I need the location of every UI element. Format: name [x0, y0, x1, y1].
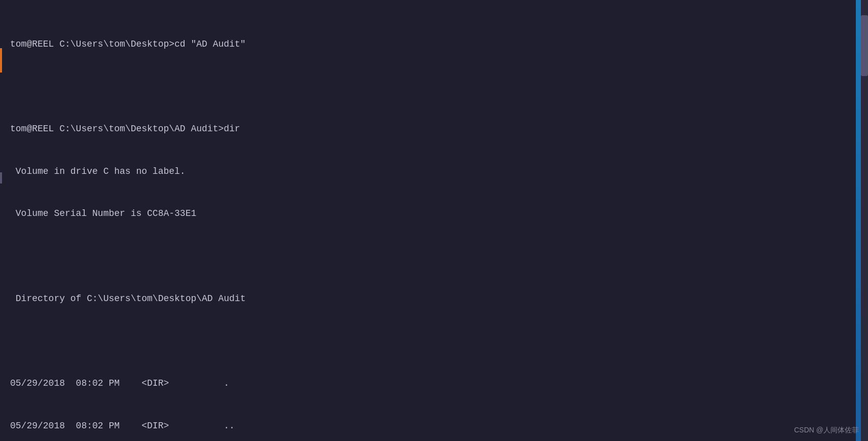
terminal-line-dir3: 05/29/2018 08:02 PM <DIR> .. [10, 419, 858, 433]
watermark: CSDN @人间体佐菲 [794, 426, 859, 435]
left-accent-bar2 [0, 172, 2, 183]
terminal-line-cmd2: tom@REEL C:\Users\tom\Desktop\AD Audit>d… [10, 122, 858, 136]
right-blue-accent [856, 0, 861, 441]
terminal-line-dir1: Directory of C:\Users\tom\Desktop\AD Aud… [10, 292, 858, 306]
terminal-line-dir2: 05/29/2018 08:02 PM <DIR> . [10, 377, 858, 391]
scrollbar-thumb[interactable] [861, 15, 868, 76]
terminal-content: tom@REEL C:\Users\tom\Desktop>cd "AD Aud… [10, 9, 858, 441]
terminal-line-vol1: Volume in drive C has no label. [10, 165, 858, 179]
terminal-line-cmd1: tom@REEL C:\Users\tom\Desktop>cd "AD Aud… [10, 38, 858, 52]
terminal-line-blank1 [10, 80, 858, 94]
left-accent-bar [0, 48, 2, 72]
terminal-body: tom@REEL C:\Users\tom\Desktop>cd "AD Aud… [0, 0, 868, 441]
terminal-window: tom@REEL C:\Users\tom\Desktop>cd "AD Aud… [0, 0, 868, 441]
terminal-line-blank2 [10, 249, 858, 264]
terminal-line-vol2: Volume Serial Number is CC8A-33E1 [10, 207, 858, 221]
scrollbar-track[interactable] [861, 0, 868, 441]
terminal-line-blank3 [10, 334, 858, 348]
